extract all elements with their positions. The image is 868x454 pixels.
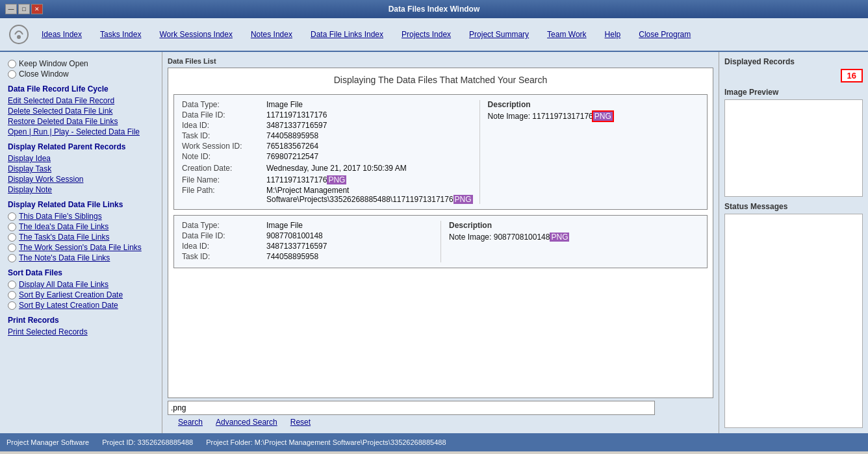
sidebar: Keep Window Open Close Window Data File … <box>0 52 162 433</box>
work-session-id-label-1: Work Session ID: <box>182 142 266 151</box>
display-all-radio-item: Display All Data File Links <box>8 279 154 290</box>
desc-ext-2: PNG <box>550 233 569 242</box>
note-links-label[interactable]: The Note's Data File Links <box>19 253 110 262</box>
task-id-label-2: Task ID: <box>182 252 266 261</box>
menu-team-work[interactable]: Team Work <box>538 26 595 43</box>
lifecycle-section-label: Data File Record Life Cycle <box>8 84 154 94</box>
latest-label[interactable]: Sort By Latest Creation Date <box>19 301 118 310</box>
close-window-label: Close Window <box>19 69 69 79</box>
keep-window-radio[interactable] <box>8 60 16 68</box>
work-session-links-radio[interactable] <box>8 244 16 252</box>
note-links-radio-item: The Note's Data File Links <box>8 253 154 263</box>
status-messages-box <box>724 214 863 428</box>
maximize-button[interactable]: □ <box>18 4 30 14</box>
menu-ideas-index[interactable]: Ideas Index <box>32 26 91 43</box>
display-parent-section-label: Display Related Parent Records <box>8 142 154 151</box>
data-type-value-1: Image File <box>266 100 303 109</box>
print-selected-link[interactable]: Print Selected Records <box>8 327 154 337</box>
file-path-value-1: M:\Project Management Software\Projects\… <box>266 186 473 204</box>
records-count-box: 16 <box>724 69 863 82</box>
siblings-label[interactable]: This Data File's Siblings <box>19 212 102 221</box>
siblings-radio[interactable] <box>8 212 16 221</box>
app-logo <box>5 21 32 48</box>
svg-point-0 <box>10 25 28 44</box>
desc-header-1: Description <box>488 100 699 109</box>
earliest-radio[interactable] <box>8 291 16 299</box>
menu-data-file-links-index[interactable]: Data File Links Index <box>301 26 392 43</box>
close-window-radio[interactable] <box>8 70 16 79</box>
desc-ext-1: PNG <box>593 112 613 121</box>
display-all-label[interactable]: Display All Data File Links <box>19 280 108 289</box>
display-task-link[interactable]: Display Task <box>8 164 154 174</box>
task-id-value-2: 744058895958 <box>266 252 318 261</box>
reset-button[interactable]: Reset <box>290 418 311 427</box>
data-files-container[interactable]: Displaying The Data Files That Matched Y… <box>168 68 713 398</box>
search-actions: Search Advanced Search Reset <box>168 416 713 428</box>
idea-id-value-2: 34871337716597 <box>266 242 327 251</box>
record-2-right: Description Note Image: 9087708100148PNG <box>440 221 699 262</box>
status-messages-label: Status Messages <box>724 202 863 211</box>
delete-data-file-link[interactable]: Delete Selected Data File Link <box>8 106 154 116</box>
data-type-label-1: Data Type: <box>182 100 266 109</box>
displayed-records-label: Displayed Records <box>724 57 863 66</box>
search-button[interactable]: Search <box>178 418 203 427</box>
desc-value-1: Note Image: 11711971317176PNG <box>488 112 699 121</box>
file-path-label-1: File Path: <box>182 186 266 195</box>
display-note-link[interactable]: Display Note <box>8 184 154 195</box>
menu-close-program[interactable]: Close Program <box>630 26 700 43</box>
close-window-button[interactable]: ✕ <box>31 4 43 14</box>
earliest-label[interactable]: Sort By Earliest Creation Date <box>19 290 123 299</box>
status-messages-section: Status Messages <box>724 202 863 428</box>
data-file-id-label-2: Data File ID: <box>182 231 266 240</box>
idea-id-label-2: Idea ID: <box>182 242 266 251</box>
data-file-id-value-1: 11711971317176 <box>266 110 327 120</box>
task-links-label[interactable]: The Task's Data File Links <box>19 233 109 242</box>
advanced-search-button[interactable]: Advanced Search <box>216 418 277 427</box>
display-links-section-label: Display Related Data File Links <box>8 200 154 209</box>
idea-id-value-1: 34871337716597 <box>266 121 327 130</box>
desc-header-2: Description <box>449 221 699 230</box>
menu-project-summary[interactable]: Project Summary <box>460 26 538 43</box>
edit-data-file-link[interactable]: Edit Selected Data File Record <box>8 95 154 106</box>
menu-work-sessions-index[interactable]: Work Sessions Index <box>150 26 242 43</box>
record-card-2[interactable]: Data Type: Image File Data File ID: 9087… <box>173 215 708 268</box>
sidebar-keep-window-open: Keep Window Open <box>8 58 154 69</box>
search-input[interactable] <box>168 401 655 415</box>
keep-window-label: Keep Window Open <box>19 59 88 68</box>
svg-point-1 <box>17 35 21 39</box>
status-bar: Project Manager Software Project ID: 335… <box>0 433 868 451</box>
note-links-radio[interactable] <box>8 254 16 262</box>
task-id-label-1: Task ID: <box>182 131 266 140</box>
file-name-label-1: File Name: <box>182 175 266 184</box>
work-session-id-value-1: 765183567264 <box>266 142 318 151</box>
match-title: Displaying The Data Files That Matched Y… <box>168 68 713 89</box>
siblings-radio-item: This Data File's Siblings <box>8 211 154 221</box>
menu-tasks-index[interactable]: Tasks Index <box>91 26 150 43</box>
menu-help[interactable]: Help <box>596 26 630 43</box>
minimize-button[interactable]: — <box>5 4 17 14</box>
data-files-list-header: Data Files List <box>168 57 713 65</box>
open-run-play-link[interactable]: Open | Run | Play - Selected Data File <box>8 127 154 137</box>
sidebar-close-window: Close Window <box>8 69 154 79</box>
data-file-id-value-2: 9087708100148 <box>266 231 323 240</box>
earliest-radio-item: Sort By Earliest Creation Date <box>8 290 154 300</box>
file-name-value-1: 11711971317176PNG <box>266 175 346 184</box>
display-work-session-link[interactable]: Display Work Session <box>8 174 154 184</box>
record-card-1[interactable]: Data Type: Image File Data File ID: 1171… <box>173 94 708 210</box>
menu-notes-index[interactable]: Notes Index <box>242 26 301 43</box>
desc-value-2: Note Image: 9087708100148PNG <box>449 233 699 242</box>
menu-projects-index[interactable]: Projects Index <box>392 26 460 43</box>
work-session-links-label[interactable]: The Work Session's Data File Links <box>19 243 142 252</box>
idea-links-radio[interactable] <box>8 223 16 231</box>
task-links-radio-item: The Task's Data File Links <box>8 232 154 242</box>
latest-radio-item: Sort By Latest Creation Date <box>8 300 154 310</box>
display-idea-link[interactable]: Display Idea <box>8 153 154 164</box>
restore-data-file-link[interactable]: Restore Deleted Data File Links <box>8 116 154 127</box>
data-type-label-2: Data Type: <box>182 221 266 230</box>
idea-links-label[interactable]: The Idea's Data File Links <box>19 222 108 231</box>
data-file-id-label-1: Data File ID: <box>182 110 266 120</box>
creation-date-value-1: Wednesday, June 21, 2017 10:50:39 AM <box>266 164 407 173</box>
display-all-radio[interactable] <box>8 281 16 289</box>
latest-radio[interactable] <box>8 301 16 310</box>
task-links-radio[interactable] <box>8 233 16 242</box>
